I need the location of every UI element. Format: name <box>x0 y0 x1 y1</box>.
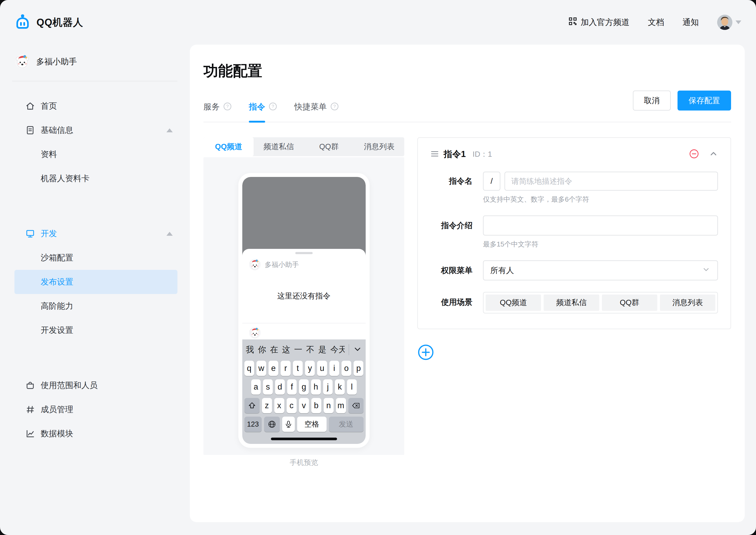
command-editor-column: 指令1 ID：1 指令名 <box>417 137 731 455</box>
key-k[interactable]: k <box>335 379 345 395</box>
suggestion[interactable]: 今天 <box>330 344 345 355</box>
page-title: 功能配置 <box>204 63 731 79</box>
key-b[interactable]: b <box>311 398 321 413</box>
sidebar-item-sandbox-config[interactable]: 沙箱配置 <box>14 246 178 270</box>
shift-key[interactable] <box>244 398 260 413</box>
field-label: 权限菜单 <box>431 260 472 280</box>
sidebar-item-dev-settings[interactable]: 开发设置 <box>14 318 178 342</box>
save-config-button[interactable]: 保存配置 <box>678 91 731 110</box>
key-d[interactable]: d <box>275 379 285 395</box>
mic-key[interactable] <box>282 417 295 432</box>
command-name-hint: 仅支持中英文、数字，最多6个字符 <box>483 195 718 204</box>
key-c[interactable]: c <box>287 398 296 413</box>
sidebar-item-basic-info[interactable]: 基础信息 <box>14 118 178 142</box>
key-t[interactable]: t <box>293 361 303 376</box>
key-f[interactable]: f <box>287 379 297 395</box>
collapse-arrow-icon[interactable] <box>166 232 173 236</box>
key-j[interactable]: j <box>323 379 333 395</box>
sidebar-item-bot-card[interactable]: 机器人资料卡 <box>14 166 178 191</box>
sidebar-item-advanced-ability[interactable]: 高阶能力 <box>14 294 178 318</box>
user-menu[interactable] <box>717 15 741 30</box>
key-x[interactable]: x <box>274 398 284 413</box>
key-y[interactable]: y <box>305 361 315 376</box>
suggestion[interactable]: 我 <box>246 344 254 355</box>
globe-key[interactable] <box>264 417 280 432</box>
key-n[interactable]: n <box>324 398 334 413</box>
key-w[interactable]: w <box>257 361 266 376</box>
command-content: QQ频道 频道私信 QQ群 消息列表 <box>204 137 731 455</box>
sheet-bot-row: 多福小助手 <box>242 254 366 270</box>
help-icon[interactable]: ? <box>269 102 277 112</box>
send-key[interactable]: 发送 <box>329 417 364 432</box>
add-command-button[interactable] <box>417 344 434 361</box>
backspace-key[interactable] <box>348 398 364 413</box>
sidebar-item-scope-and-people[interactable]: 使用范围和人员 <box>14 373 178 397</box>
main-panel: 功能配置 取消 保存配置 服务 ? 指令 ? 快捷菜单 ? <box>190 44 745 522</box>
suggestion[interactable]: 在 <box>270 344 278 355</box>
cancel-button[interactable]: 取消 <box>633 91 671 110</box>
key-u[interactable]: u <box>317 361 327 376</box>
sidebar-item-publish-settings[interactable]: 发布设置 <box>14 270 178 294</box>
suggestion[interactable]: 一 <box>294 344 302 355</box>
key-h[interactable]: h <box>311 379 321 395</box>
drag-handle-icon[interactable] <box>431 150 439 159</box>
key-r[interactable]: r <box>281 361 290 376</box>
home-indicator[interactable] <box>271 437 337 440</box>
sidebar-item-data-module[interactable]: 数据模块 <box>14 422 178 446</box>
collapse-card-icon[interactable] <box>709 149 718 159</box>
permission-row: 权限菜单 所有人 <box>431 260 718 280</box>
key-e[interactable]: e <box>268 361 278 376</box>
permission-select[interactable]: 所有人 <box>483 260 718 280</box>
help-icon[interactable]: ? <box>223 102 232 112</box>
scene-channel-dm[interactable]: 频道私信 <box>544 295 599 311</box>
sidebar-item-home[interactable]: 首页 <box>14 94 178 118</box>
key-a[interactable]: a <box>251 379 261 395</box>
preview-tab-channel-dm[interactable]: 频道私信 <box>254 137 304 156</box>
key-m[interactable]: m <box>336 398 346 413</box>
scene-qq-channel[interactable]: QQ频道 <box>486 295 541 311</box>
suggestion[interactable]: 是 <box>319 344 326 355</box>
key-i[interactable]: i <box>329 361 339 376</box>
space-key[interactable]: 空格 <box>297 417 326 432</box>
bot-profile[interactable]: 多福小助手 <box>0 44 190 81</box>
tab-service[interactable]: 服务 ? <box>204 101 232 122</box>
suggestion[interactable]: 这 <box>282 344 290 355</box>
help-icon[interactable]: ? <box>330 102 339 112</box>
suggestion[interactable]: 不 <box>306 344 315 355</box>
sidebar-item-member-management[interactable]: 成员管理 <box>14 397 178 422</box>
sidebar-item-development[interactable]: 开发 <box>14 222 178 246</box>
suggestion[interactable]: 你 <box>258 344 266 355</box>
sender-avatar-tab[interactable] <box>242 324 366 339</box>
preview-tab-qq-channel[interactable]: QQ频道 <box>204 137 254 156</box>
nav-notifications[interactable]: 通知 <box>683 17 699 28</box>
phone-keyboard: 我 你 在 这 一 不 是 今天 <box>242 339 366 444</box>
key-z[interactable]: z <box>262 398 272 413</box>
key-g[interactable]: g <box>299 379 309 395</box>
tab-quick-menu[interactable]: 快捷菜单 ? <box>294 101 339 122</box>
key-l[interactable]: l <box>347 379 357 395</box>
scene-qq-group[interactable]: QQ群 <box>602 295 657 311</box>
sidebar-item-profile[interactable]: 资料 <box>14 142 178 166</box>
tab-command[interactable]: 指令 ? <box>249 101 277 122</box>
key-v[interactable]: v <box>299 398 309 413</box>
chevron-down-icon[interactable] <box>353 345 362 355</box>
sidebar-menu: 首页 基础信息 资料 机器人资料卡 <box>0 81 190 446</box>
nav-join-official-channel[interactable]: 加入官方频道 <box>569 17 630 28</box>
key-o[interactable]: o <box>342 361 351 376</box>
command-name-input[interactable] <box>505 172 718 191</box>
collapse-arrow-icon[interactable] <box>166 128 173 132</box>
top-nav: 加入官方频道 文档 通知 <box>569 15 741 30</box>
sheet-drag-handle[interactable] <box>295 252 313 254</box>
preview-tab-message-list[interactable]: 消息列表 <box>354 137 404 156</box>
remove-command-icon[interactable] <box>689 149 699 160</box>
key-s[interactable]: s <box>263 379 273 395</box>
key-q[interactable]: q <box>244 361 254 376</box>
scene-message-list[interactable]: 消息列表 <box>660 295 715 311</box>
numbers-key[interactable]: 123 <box>244 417 262 432</box>
phone-chat-background <box>242 177 366 256</box>
nav-docs[interactable]: 文档 <box>648 17 664 28</box>
preview-tab-qq-group[interactable]: QQ群 <box>304 137 354 156</box>
key-p[interactable]: p <box>353 361 363 376</box>
phone-mockup: 多福小助手 这里还没有指令 <box>238 173 370 448</box>
command-desc-input[interactable] <box>483 215 718 236</box>
